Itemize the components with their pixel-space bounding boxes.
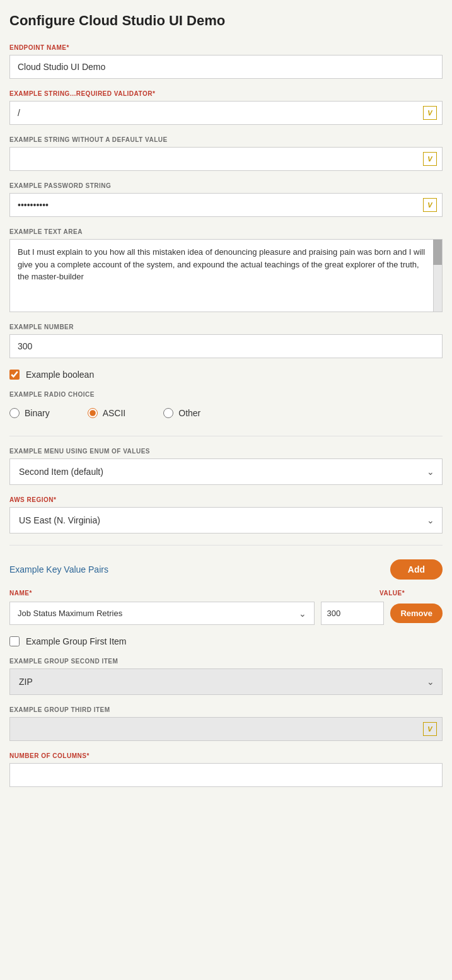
- kv-value-input-wrapper: [321, 602, 384, 625]
- kv-value-input[interactable]: [322, 602, 383, 624]
- example-number-input-wrapper: [9, 334, 443, 358]
- example-menu-select[interactable]: First Item Second Item (default) Third I…: [10, 459, 442, 484]
- example-string-no-default-field: EXAMPLE STRING WITHOUT A DEFAULT VALUE V: [9, 136, 443, 171]
- example-password-input[interactable]: [10, 194, 442, 216]
- endpoint-name-label: ENDPOINT NAME*: [9, 44, 443, 51]
- aws-region-label: AWS REGION*: [9, 496, 443, 503]
- page-title: Configure Cloud Studio UI Demo: [9, 13, 443, 29]
- example-string-input-wrapper: V: [9, 101, 443, 125]
- kv-name-select-wrapper: Job Status Maximum Retries Option 2 Opti…: [9, 602, 315, 625]
- example-menu-field: EXAMPLE MENU USING ENUM OF VALUES First …: [9, 448, 443, 485]
- example-boolean-checkbox[interactable]: [9, 370, 20, 380]
- example-group-second-select-wrapper: ZIP GZIP None ⌄: [9, 668, 443, 695]
- example-string-field: EXAMPLE STRING...REQUIRED VALIDATOR* V: [9, 90, 443, 125]
- radio-option-ascii[interactable]: ASCII: [88, 408, 126, 418]
- radio-option-binary[interactable]: Binary: [9, 408, 50, 418]
- example-group-third-validator-icon: V: [423, 722, 437, 736]
- key-value-pairs-section: Example Key Value Pairs Add NAME* VALUE*…: [9, 557, 443, 625]
- endpoint-name-field: ENDPOINT NAME*: [9, 44, 443, 79]
- example-group-first-checkbox[interactable]: [9, 636, 20, 646]
- example-boolean-label: Example boolean: [26, 370, 94, 380]
- example-textarea-label: EXAMPLE TEXT AREA: [9, 228, 443, 235]
- example-password-field: EXAMPLE PASSWORD STRING V: [9, 182, 443, 217]
- remove-key-value-button[interactable]: Remove: [390, 604, 443, 623]
- key-value-row: Job Status Maximum Retries Option 2 Opti…: [9, 602, 443, 625]
- endpoint-name-input[interactable]: [10, 55, 442, 78]
- key-value-header: Example Key Value Pairs Add: [9, 557, 443, 582]
- aws-region-select-wrapper: US East (N. Virginia) US West (Oregon) E…: [9, 507, 443, 534]
- number-of-columns-input-wrapper: [9, 763, 443, 787]
- example-menu-select-wrapper: First Item Second Item (default) Third I…: [9, 458, 443, 485]
- example-radio-group: Binary ASCII Other: [9, 402, 443, 424]
- example-group-third-input[interactable]: [10, 718, 442, 740]
- example-group-second-field: EXAMPLE GROUP SECOND ITEM ZIP GZIP None …: [9, 658, 443, 695]
- example-textarea-wrapper: [9, 239, 443, 312]
- example-number-field: EXAMPLE NUMBER: [9, 324, 443, 358]
- example-string-label: EXAMPLE STRING...REQUIRED VALIDATOR*: [9, 90, 443, 97]
- kv-column-labels: NAME* VALUE*: [9, 590, 443, 599]
- example-string-no-default-label: EXAMPLE STRING WITHOUT A DEFAULT VALUE: [9, 136, 443, 143]
- number-of-columns-field: NUMBER OF COLUMNS*: [9, 752, 443, 787]
- textarea-scrollbar-thumb: [433, 240, 442, 265]
- example-string-no-default-input-wrapper: V: [9, 147, 443, 171]
- example-radio-field: EXAMPLE RADIO CHOICE Binary ASCII Other: [9, 391, 443, 424]
- kv-value-col-label: VALUE*: [380, 590, 443, 597]
- example-menu-label: EXAMPLE MENU USING ENUM OF VALUES: [9, 448, 443, 455]
- number-of-columns-label: NUMBER OF COLUMNS*: [9, 752, 443, 759]
- aws-region-select[interactable]: US East (N. Virginia) US West (Oregon) E…: [10, 508, 442, 533]
- example-group-first-row: Example Group First Item: [9, 636, 443, 646]
- example-boolean-row: Example boolean: [9, 370, 443, 380]
- example-textarea-field: EXAMPLE TEXT AREA: [9, 228, 443, 312]
- example-number-input[interactable]: [10, 335, 442, 358]
- kv-name-col-label: NAME*: [9, 590, 373, 597]
- example-group-third-input-wrapper: V: [9, 717, 443, 741]
- aws-region-field: AWS REGION* US East (N. Virginia) US Wes…: [9, 496, 443, 534]
- section-divider-2: [9, 545, 443, 545]
- endpoint-name-input-wrapper: [9, 55, 443, 79]
- example-password-input-wrapper: V: [9, 193, 443, 217]
- radio-ascii-input[interactable]: [88, 408, 98, 418]
- example-password-label: EXAMPLE PASSWORD STRING: [9, 182, 443, 189]
- example-group-third-label: EXAMPLE GROUP THIRD ITEM: [9, 706, 443, 713]
- example-string-no-default-input[interactable]: [10, 148, 442, 170]
- radio-other-input[interactable]: [163, 408, 173, 418]
- kv-name-select[interactable]: Job Status Maximum Retries Option 2 Opti…: [10, 602, 314, 624]
- radio-binary-input[interactable]: [9, 408, 20, 418]
- key-value-title: Example Key Value Pairs: [9, 564, 108, 575]
- example-string-validator-icon: V: [423, 106, 437, 120]
- example-string-no-default-validator-icon: V: [423, 152, 437, 166]
- add-key-value-button[interactable]: Add: [390, 559, 443, 580]
- example-group-third-field: EXAMPLE GROUP THIRD ITEM V: [9, 706, 443, 741]
- example-group-second-select[interactable]: ZIP GZIP None: [10, 669, 442, 694]
- example-group-second-label: EXAMPLE GROUP SECOND ITEM: [9, 658, 443, 665]
- textarea-scrollbar: [433, 240, 442, 312]
- example-string-input[interactable]: [10, 102, 442, 124]
- example-radio-label: EXAMPLE RADIO CHOICE: [9, 391, 443, 398]
- example-group-first-label: Example Group First Item: [26, 636, 127, 646]
- number-of-columns-input[interactable]: [10, 764, 442, 786]
- example-textarea-input[interactable]: [10, 240, 442, 309]
- section-divider-1: [9, 436, 443, 436]
- example-number-label: EXAMPLE NUMBER: [9, 324, 443, 330]
- example-password-validator-icon: V: [423, 198, 437, 212]
- radio-option-other[interactable]: Other: [163, 408, 200, 418]
